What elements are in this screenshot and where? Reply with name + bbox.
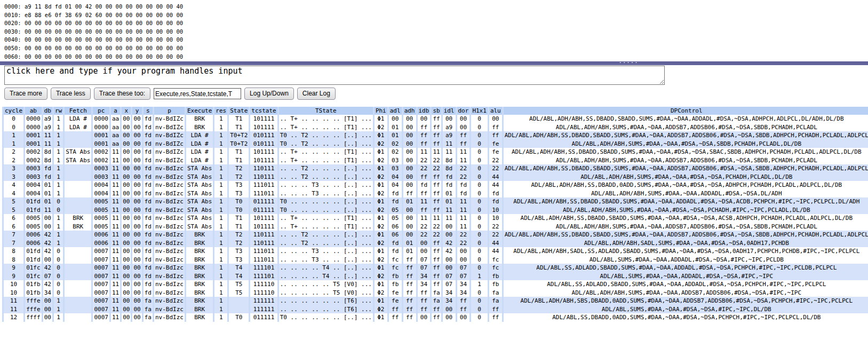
cell-adh: 00 xyxy=(403,231,416,239)
cell-h1x1: 0 xyxy=(471,131,488,140)
trace-more-button[interactable]: Trace more xyxy=(4,88,47,100)
trace-row: 100011110001aa0000fdnv-BdIZcLDA #1T0+T20… xyxy=(4,140,868,148)
cell-db: 01 xyxy=(43,181,52,189)
cell-alu: fb xyxy=(489,280,502,289)
cell-sb: ff xyxy=(432,272,441,281)
trace-columns-input[interactable] xyxy=(154,88,241,99)
cell-cycle: 4 xyxy=(4,189,23,198)
cell-p: nv-BdIzc xyxy=(154,305,185,314)
cell-a: 11 xyxy=(111,313,120,322)
cell-phi: Φ2 xyxy=(375,305,387,314)
cell-cycle: 9 xyxy=(4,264,23,272)
cell-cycle: 7 xyxy=(4,231,23,239)
log-updown-button[interactable]: Log Up/Down xyxy=(244,88,294,100)
cell-db: 11 xyxy=(43,131,52,140)
cell-pc: 0005 xyxy=(93,206,109,215)
cell-adh: 00 xyxy=(403,206,416,215)
cell-adl: fb xyxy=(389,272,402,281)
cell-y: 00 xyxy=(132,148,141,156)
cell-p: nv-BdIzc xyxy=(154,280,185,289)
cell-alu: 22 xyxy=(489,164,502,173)
cell-alu: ff xyxy=(489,305,502,314)
cell-adl: fd xyxy=(389,239,402,248)
cell-cycle: 8 xyxy=(4,256,23,264)
cell-alu: 44 xyxy=(489,173,502,181)
cell-adl: fd xyxy=(389,247,402,256)
cell-phi: Φ2 xyxy=(375,256,387,264)
cell-fetch xyxy=(65,189,91,198)
cell-execute: BRK xyxy=(186,115,213,123)
column-header-ab: ab xyxy=(25,107,42,115)
cell-res: 1 xyxy=(214,297,227,305)
column-header-phi: Phi xyxy=(375,107,387,115)
cell-x: 00 xyxy=(122,156,131,165)
cell-p: nv-BdIZc xyxy=(154,115,185,123)
cell-adl: 06 xyxy=(389,223,402,231)
trace-row: 1001fb3400007110000fdnv-BdIzcBRK1T511111… xyxy=(4,289,868,297)
cell-h1x1: 0 xyxy=(471,297,488,305)
cell-idl: 00 xyxy=(443,115,456,123)
cell-adh: ff xyxy=(403,280,416,289)
cell-adl: 06 xyxy=(389,231,402,239)
cell-dor: 07 xyxy=(457,264,470,272)
cell-h1x1: 0 xyxy=(471,231,488,239)
cell-sb: 11 xyxy=(432,214,441,223)
cell-db: 8d xyxy=(43,148,52,156)
cell-dpcontrol: ADL/ABL,ADH/ABH,SS,DBADD,SBADD,SUMS,#DAA… xyxy=(504,148,868,156)
cell-a: 11 xyxy=(111,206,120,215)
cell-res: 1 xyxy=(214,272,227,281)
column-header-execute: Execute xyxy=(186,107,213,115)
cell-adh: ff xyxy=(403,297,416,305)
cell-dor: 11 xyxy=(457,223,470,231)
cell-dpcontrol: ADL/ABL,SUMS,#DAA,~DAA,#DSA,~DSA,#IPC,~I… xyxy=(504,305,868,314)
cell-idb: 11 xyxy=(418,197,431,206)
cell-adh: 00 xyxy=(403,131,416,140)
cell-pc: 0001 xyxy=(93,140,109,148)
cell-idl: 11 xyxy=(443,214,456,223)
cell-cycle: 1 xyxy=(4,131,23,140)
cell-dpcontrol: ADL/ABL,ADH/ABH,SUMS,#DAA,~DAA,ADDSB7,AD… xyxy=(504,123,868,132)
cell-idl: 00 xyxy=(443,305,456,314)
cell-a: 11 xyxy=(111,197,120,206)
cell-sb: ff xyxy=(432,181,441,189)
cell-res: 1 xyxy=(214,214,227,223)
splitter-bar[interactable]: ..... xyxy=(0,61,868,65)
trace-these-too-button[interactable]: Trace these too: xyxy=(94,88,150,100)
cell-execute: BRK xyxy=(186,256,213,264)
cell-adl: fd xyxy=(389,189,402,198)
clear-log-button[interactable]: Clear Log xyxy=(297,88,336,100)
cell-pc: 0002 xyxy=(93,156,109,165)
cell-res: 1 xyxy=(214,173,227,181)
cell-alu: 44 xyxy=(489,181,502,189)
cell-res: 1 xyxy=(214,189,227,198)
cell-idl: 42 xyxy=(443,239,456,248)
cell-dpcontrol: ADL/ABL,ADH/ABH,SADL,SS,ADLADD,SBADD,SUM… xyxy=(504,247,868,256)
cell-res: 1 xyxy=(214,156,227,165)
cell-phi: Φ1 xyxy=(375,231,387,239)
cell-idb: 00 xyxy=(418,247,431,256)
cell-phi: Φ2 xyxy=(375,173,387,181)
cell-cycle: 11 xyxy=(4,305,23,314)
cell-idb: 22 xyxy=(418,164,431,173)
cell-idb: 22 xyxy=(418,231,431,239)
cell-rw: 1 xyxy=(54,189,63,198)
cell-execute: BRK xyxy=(186,231,213,239)
cell-db: 42 xyxy=(43,231,52,239)
cell-y: 00 xyxy=(132,231,141,239)
trace-less-button[interactable]: Trace less xyxy=(51,88,91,100)
cell-db: 11 xyxy=(43,206,52,215)
cell-cycle: 5 xyxy=(4,197,23,206)
cell-a: 11 xyxy=(111,223,120,231)
splitter-grip-icon[interactable]: ..... xyxy=(619,60,639,64)
cell-x: 00 xyxy=(122,313,131,322)
cell-idb: 07 xyxy=(418,256,431,264)
cell-a: 11 xyxy=(111,164,120,173)
cell-idb: 00 xyxy=(418,313,431,322)
console-input[interactable]: click here and type if your program hand… xyxy=(4,66,665,85)
cell-dpcontrol: ADL/ABL,ADH/ABH,SUMS,#DAA,~DAA,ADDSB7,AD… xyxy=(504,156,868,165)
cell-s: fd xyxy=(144,156,153,165)
cell-state: T3 xyxy=(229,247,249,256)
cell-tcstate: 111101 xyxy=(250,272,277,281)
cell-tstate: .. .. .. .. .. .. [T6] ... xyxy=(279,297,373,305)
cell-sb: ff xyxy=(432,313,441,322)
